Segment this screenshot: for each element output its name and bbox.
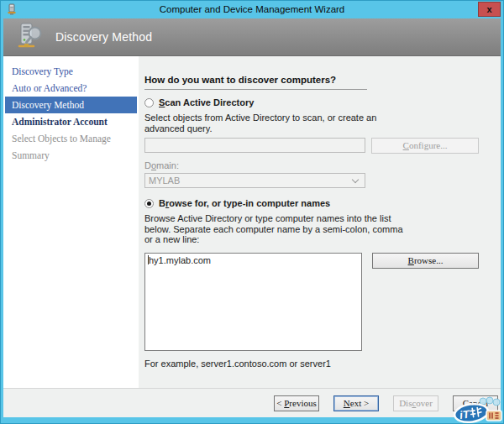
domain-value: MYLAB — [149, 175, 353, 186]
sidebar-item-discovery-method[interactable]: Discovery Method — [5, 97, 137, 113]
sidebar-item-summary: Summary — [5, 147, 137, 164]
domain-select: MYLAB — [144, 173, 365, 188]
window-title: Computer and Device Management Wizard — [0, 4, 504, 14]
scan-ad-radio-row: Scan Active Directory — [144, 97, 501, 107]
title-bar: Computer and Device Management Wizard x — [0, 0, 504, 18]
query-row: Configure... — [144, 138, 501, 154]
discovery-icon — [15, 22, 45, 52]
ad-query-input — [144, 138, 365, 153]
step-sidebar: Discovery Type Auto or Advanced? Discove… — [3, 56, 139, 388]
sidebar-item-administrator-account: Administrator Account — [5, 113, 137, 130]
close-icon: x — [486, 4, 491, 14]
example-text: For example, server1.contoso.com or serv… — [144, 359, 501, 369]
wizard-panel: Discovery Method Discovery Type Auto or … — [3, 18, 501, 417]
next-button[interactable]: Next > — [333, 395, 379, 411]
sidebar-item-select-objects: Select Objects to Manage — [5, 130, 137, 147]
computer-names-value: hy1.mylab.com — [149, 255, 211, 265]
sidebar-item-auto-or-advanced[interactable]: Auto or Advanced? — [5, 80, 137, 97]
radio-dot — [147, 202, 151, 206]
previous-button[interactable]: < Previous — [274, 395, 319, 411]
domain-label: Domain: — [144, 160, 501, 170]
scan-ad-description: Select objects from Active Directory to … — [144, 113, 371, 133]
computer-names-row: hy1.mylab.com Browse... — [144, 253, 501, 351]
browse-button[interactable]: Browse... — [372, 253, 479, 269]
footer-bar: < Previous Next > Discover Cancel — [3, 388, 501, 417]
discover-button: Discover — [393, 395, 438, 411]
chevron-down-icon — [352, 175, 359, 182]
browse-description: Browse Active Directory or type computer… — [144, 213, 371, 245]
wizard-body: Discovery Type Auto or Advanced? Discove… — [3, 56, 501, 388]
scan-ad-radio-label: Scan Active Directory — [159, 97, 254, 107]
computer-names-textarea[interactable]: hy1.mylab.com — [144, 253, 362, 351]
configure-button: Configure... — [371, 138, 479, 154]
wizard-window: Computer and Device Management Wizard x … — [0, 0, 504, 424]
close-button[interactable]: x — [478, 2, 501, 17]
browse-radio-label: Browse for, or type-in computer names — [159, 198, 330, 208]
browse-radio[interactable] — [144, 199, 154, 208]
page-content: How do you want to discover computers? S… — [139, 56, 501, 388]
site-watermark-logo: iT — [449, 395, 503, 424]
browse-radio-row: Browse for, or type-in computer names — [144, 198, 501, 208]
browse-section: Browse for, or type-in computer names Br… — [144, 198, 501, 369]
wizard-header: Discovery Method — [3, 18, 501, 56]
page-title: Discovery Method — [55, 30, 152, 44]
content-heading: How do you want to discover computers? — [144, 75, 367, 90]
scan-ad-radio[interactable] — [144, 98, 154, 107]
sidebar-item-discovery-type[interactable]: Discovery Type — [5, 63, 137, 80]
